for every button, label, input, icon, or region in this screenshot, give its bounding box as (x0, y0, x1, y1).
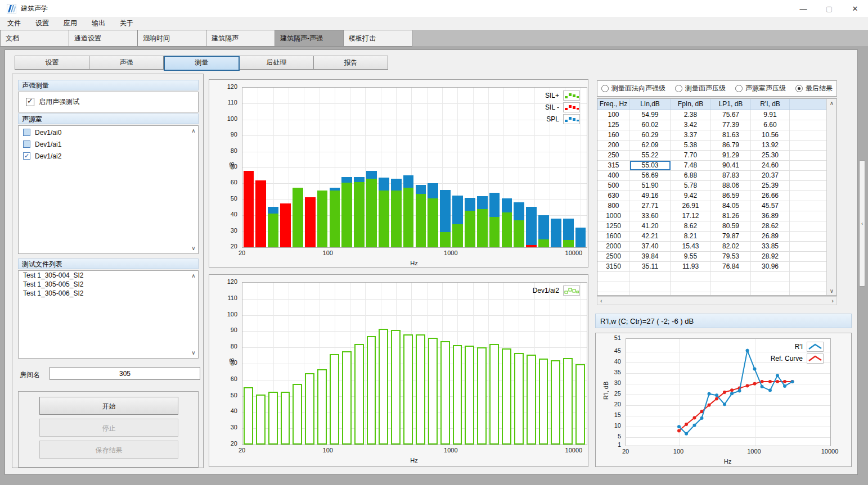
table-row[interactable]: 10054.992.3875.679.91 (597, 110, 836, 120)
table-row[interactable]: 40056.696.8887.8320.37 (597, 171, 836, 181)
table-cell[interactable]: 800 (597, 201, 630, 211)
table-cell[interactable]: 2500 (597, 252, 630, 261)
table-cell[interactable]: 90.41 (711, 161, 751, 170)
table-cell[interactable]: 125 (597, 120, 630, 130)
table-row[interactable]: 12560.023.4277.396.60 (597, 120, 836, 130)
selected-cell[interactable]: 55.03 (630, 161, 671, 170)
menu-item[interactable]: 关于 (113, 17, 141, 30)
radio-circle[interactable] (601, 85, 609, 92)
table-cell[interactable]: 6.88 (671, 171, 711, 180)
table-cell[interactable]: 25.30 (751, 151, 790, 160)
table-cell[interactable]: 200 (597, 140, 630, 150)
source-list-scroll-down-icon[interactable]: ∨ (190, 245, 197, 252)
table-cell[interactable]: 81.26 (711, 211, 751, 221)
table-cell[interactable]: 8.21 (671, 232, 711, 241)
table-cell[interactable]: 88.06 (711, 181, 751, 191)
table-cell[interactable]: 49.16 (630, 191, 671, 201)
scroll-down-icon[interactable]: ∨ (827, 288, 836, 294)
table-cell[interactable]: 82.02 (711, 242, 751, 251)
table-cell[interactable]: 1000 (597, 211, 630, 221)
subtab[interactable]: 设置 (15, 56, 89, 70)
file-list-scroll-down-icon[interactable]: ∨ (190, 350, 197, 356)
table-row[interactable]: 160042.218.2179.8726.89 (597, 232, 836, 242)
source-list-scroll-up-icon[interactable]: ∧ (190, 128, 197, 134)
table-cell[interactable]: 500 (597, 181, 630, 191)
table-cell[interactable]: 35.11 (630, 262, 671, 271)
collapse-side-panel-button[interactable]: ‹ (859, 160, 865, 287)
table-cell[interactable]: 100 (597, 110, 630, 120)
radio-option[interactable]: 声源室声压级 (735, 84, 786, 93)
table-cell[interactable]: 79.87 (711, 232, 751, 241)
table-cell[interactable]: 17.12 (671, 211, 711, 221)
table-h-scrollbar[interactable]: ‹ › (597, 296, 837, 305)
table-cell[interactable]: 3150 (597, 262, 630, 271)
table-cell[interactable]: 1600 (597, 232, 630, 241)
table-cell[interactable]: 39.84 (630, 252, 671, 261)
source-channel-row[interactable]: ✓Dev1/ai2 (19, 151, 198, 161)
table-cell[interactable]: 80.59 (711, 221, 751, 231)
room-name-input[interactable] (50, 367, 200, 380)
table-cell[interactable]: 56.69 (630, 171, 671, 180)
table-row[interactable]: 80027.7126.9184.0545.57 (597, 201, 836, 211)
minimize-button[interactable]: — (790, 0, 816, 17)
subtab[interactable]: 报告 (314, 56, 388, 70)
channel-checkbox[interactable] (23, 129, 30, 136)
test-file-list[interactable]: ∧∨Test 1_305-004_SI2Test 1_305-005_SI2Te… (18, 270, 199, 359)
source-channel-row[interactable]: Dev1/ai0 (19, 127, 198, 138)
subtab[interactable]: 测量 (164, 56, 240, 71)
table-cell[interactable]: 3.37 (671, 130, 711, 140)
table-cell[interactable]: 24.60 (751, 161, 790, 170)
table-cell[interactable]: 86.79 (711, 140, 751, 150)
table-cell[interactable]: 33.60 (630, 211, 671, 221)
table-cell[interactable]: 25.39 (751, 181, 790, 191)
menu-item[interactable]: 设置 (28, 17, 56, 30)
table-row[interactable]: 125041.208.6280.5928.62 (597, 221, 836, 232)
table-cell[interactable]: 45.57 (751, 201, 790, 211)
table-cell[interactable]: 76.84 (711, 262, 751, 271)
table-cell[interactable]: 26.89 (751, 232, 790, 241)
table-row[interactable]: 25055.227.7091.2925.30 (597, 151, 836, 161)
table-cell[interactable]: 30.96 (751, 262, 790, 271)
table-cell[interactable]: 26.66 (751, 191, 790, 201)
tab[interactable]: 建筑隔声-声强 (275, 30, 344, 47)
table-cell[interactable]: 9.91 (751, 110, 790, 120)
table-cell[interactable]: 5.38 (671, 140, 711, 150)
table-cell[interactable]: 7.48 (671, 161, 711, 170)
file-list-scroll-up-icon[interactable]: ∧ (190, 273, 197, 279)
table-row[interactable]: 100033.6017.1281.2636.89 (597, 211, 836, 221)
table-cell[interactable]: 86.59 (711, 191, 751, 201)
table-cell[interactable]: 160 (597, 130, 630, 140)
table-cell[interactable]: 13.92 (751, 140, 790, 150)
table-v-scrollbar[interactable]: ∧∨ (826, 99, 836, 295)
table-row[interactable]: 200037.4015.4382.0233.85 (597, 242, 836, 252)
source-channel-row[interactable]: Dev1/ai1 (19, 139, 198, 149)
subtab[interactable]: 声强 (89, 56, 164, 70)
menu-item[interactable]: 应用 (56, 17, 84, 30)
table-cell[interactable]: 54.99 (630, 110, 671, 120)
scroll-right-icon[interactable]: › (831, 297, 834, 304)
table-cell[interactable]: 9.42 (671, 191, 711, 201)
table-row[interactable]: 16060.293.3781.6310.56 (597, 130, 836, 140)
table-cell[interactable]: 36.89 (751, 211, 790, 221)
channel-checkbox[interactable] (23, 140, 30, 148)
radio-option[interactable]: 测量面声压级 (675, 84, 726, 93)
column-header[interactable]: FpIn, dB (671, 99, 711, 110)
radio-circle[interactable] (735, 85, 743, 92)
table-cell[interactable]: 7.70 (671, 151, 711, 160)
tab[interactable]: 建筑隔声 (206, 30, 275, 47)
table-cell[interactable]: 2000 (597, 242, 630, 251)
table-cell[interactable]: 315 (597, 161, 630, 170)
column-header[interactable]: LP1, dB (711, 99, 751, 110)
table-row[interactable]: 315035.1111.9376.8430.96 (597, 262, 836, 272)
menu-item[interactable]: 输出 (84, 17, 113, 30)
channel-checkbox[interactable]: ✓ (23, 152, 30, 160)
start-button[interactable]: 开始 (39, 397, 178, 415)
table-row[interactable]: 50051.905.7888.0625.39 (597, 181, 836, 191)
table-cell[interactable]: 60.02 (630, 120, 671, 130)
table-cell[interactable]: 250 (597, 151, 630, 160)
table-cell[interactable]: 3.42 (671, 120, 711, 130)
table-cell[interactable]: 87.83 (711, 171, 751, 180)
radio-option[interactable]: 最后结果 (795, 84, 833, 93)
table-cell[interactable]: 6.60 (751, 120, 790, 130)
scroll-up-icon[interactable]: ∧ (827, 100, 836, 106)
